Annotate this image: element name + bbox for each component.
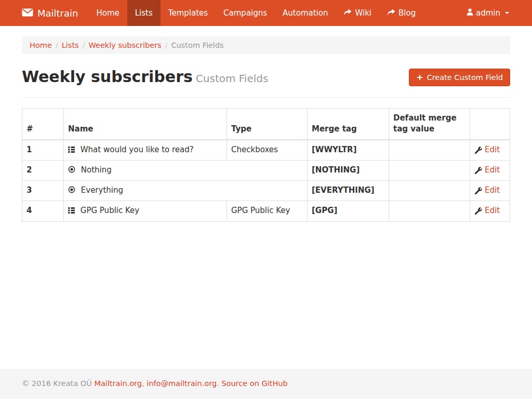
plus-icon: + [416,73,423,82]
wrench-icon [474,165,482,176]
actions-cell: Edit [470,140,510,161]
navbar: Mailtrain Home Lists Templates Campaigns… [0,0,532,26]
nav-label: Blog [398,8,416,18]
name-cell: What would you like to read? [64,140,227,161]
row-number-cell: 2 [22,160,64,180]
actions-cell: Edit [470,181,510,201]
nav-item-lists: Lists [127,0,161,26]
th-list-icon [68,145,75,156]
breadcrumb-current: Custom Fields [171,41,223,49]
default-value-cell [389,201,470,221]
row-number-cell: 3 [22,181,64,201]
nav-item-campaigns: Campaigns [216,0,275,26]
record-icon [68,165,75,176]
custom-fields-table: # Name Type Merge tag Default merge tag … [22,108,510,222]
wrench-icon [474,144,482,155]
table-row: 4 GPG Public Key GPG Public Key [GPG] Ed… [22,201,510,221]
edit-link[interactable]: Edit [474,185,500,196]
column-header-type: Type [227,109,308,140]
nav-item-home: Home [88,0,127,26]
field-name: What would you like to read? [81,145,194,154]
merge-tag-cell: [WWYLTR] [308,140,389,161]
table-header-row: # Name Type Merge tag Default merge tag … [22,109,510,140]
nav-item-blog: Blog [379,0,423,26]
breadcrumb-separator: / [162,41,171,49]
name-cell: Everything [64,181,308,201]
footer-link-github[interactable]: Source on GitHub [221,379,287,388]
header-divider [22,97,510,98]
table-row: 2 Nothing [NOTHING] Edit [22,160,510,180]
user-menu[interactable]: admin [459,0,510,26]
nav-label: Automation [283,8,328,18]
breadcrumb-weekly-subscribers[interactable]: Weekly subscribers [89,41,162,49]
edit-label: Edit [485,165,500,176]
edit-label: Edit [485,144,500,155]
table-row: 1 What would you like to read? Checkboxe… [22,140,510,161]
envelope-icon [22,8,33,19]
edit-link[interactable]: Edit [474,205,500,216]
breadcrumb-separator: / [79,41,89,49]
nav-item-templates: Templates [161,0,216,26]
edit-link[interactable]: Edit [474,144,500,155]
default-value-cell [389,140,470,161]
create-button-label: Create Custom Field [427,73,503,82]
th-list-icon [68,206,75,217]
breadcrumb: Home/Lists/Weekly subscribers/Custom Fie… [22,36,510,54]
brand-label: Mailtrain [37,8,78,19]
merge-tag-cell: [GPG] [308,201,389,221]
actions-cell: Edit [470,201,510,221]
footer-link-email[interactable]: info@mailtrain.org [147,379,217,388]
nav-item-automation: Automation [275,0,336,26]
nav-item-wiki: Wiki [336,0,379,26]
page-title: Weekly subscribersCustom Fields [22,68,268,86]
wrench-icon [474,185,482,196]
name-cell: Nothing [64,160,308,180]
column-header-name: Name [64,109,227,140]
nav-label: Lists [135,8,153,18]
field-name: Everything [81,185,123,195]
wrench-icon [474,205,482,216]
user-label: admin [476,8,500,18]
name-cell: GPG Public Key [64,201,227,221]
record-icon [68,185,75,196]
default-value-cell [389,181,470,201]
breadcrumb-lists[interactable]: Lists [62,41,79,49]
row-number-cell: 1 [22,140,64,161]
page-subtitle: Custom Fields [196,72,269,85]
copyright-text: © 2016 Kreata OÜ [22,379,94,388]
brand-link[interactable]: Mailtrain [22,0,88,26]
row-number-cell: 4 [22,201,64,221]
field-name: GPG Public Key [81,206,139,215]
edit-label: Edit [485,185,500,196]
nav-label: Wiki [355,8,371,18]
table-row: 3 Everything [EVERYTHING] Edit [22,181,510,201]
field-name: Nothing [81,165,112,175]
footer-separator: . [217,379,221,388]
column-header-merge-tag: Merge tag [308,109,389,140]
actions-cell: Edit [470,160,510,180]
user-icon [467,8,473,18]
column-header-num: # [22,109,64,140]
caret-down-icon [505,12,509,14]
nav-label: Templates [168,8,208,18]
main-nav: Home Lists Templates Campaigns Automatio… [88,0,423,26]
merge-tag-cell: [EVERYTHING] [308,181,389,201]
breadcrumb-separator: / [52,41,62,49]
column-header-actions [470,109,510,140]
nav-label: Home [96,8,119,18]
page-title-text: Weekly subscribers [22,68,193,86]
edit-label: Edit [485,205,500,216]
edit-link[interactable]: Edit [474,165,500,176]
footer-link-mailtrain[interactable]: Mailtrain.org [94,379,142,388]
breadcrumb-home[interactable]: Home [30,41,52,49]
type-cell: Checkboxes [227,140,308,161]
share-icon [343,8,352,18]
default-value-cell [389,160,470,180]
merge-tag-cell: [NOTHING] [308,160,389,180]
footer: © 2016 Kreata OÜ Mailtrain.org, info@mai… [0,369,532,399]
footer-separator: , [142,379,147,388]
column-header-default-value: Default merge tag value [389,109,470,140]
share-icon [387,8,395,18]
create-custom-field-button[interactable]: + Create Custom Field [409,69,510,86]
type-cell: GPG Public Key [227,201,308,221]
